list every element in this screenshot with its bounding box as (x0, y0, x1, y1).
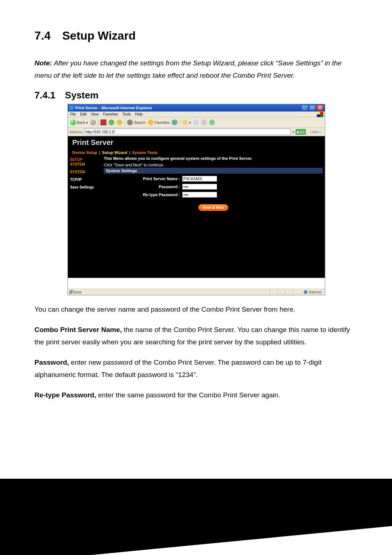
status-zone: Internet (300, 290, 323, 294)
globe-icon (304, 290, 307, 294)
heading-7-4-1: 7.4.1 System (34, 90, 358, 101)
menu-help[interactable]: Help (135, 112, 143, 116)
favorites-button[interactable]: Favorites (148, 119, 170, 125)
ie-addressbar: Address ▾ ▶ Go Links » (68, 128, 325, 136)
ie-page-icon: 🗐 (69, 290, 73, 294)
close-button[interactable]: X (317, 105, 323, 111)
sidebar-item-tcpip[interactable]: TCP/IP (70, 178, 101, 182)
stop-button[interactable] (101, 119, 106, 125)
retype-rest: enter the same password for the Combo Pr… (96, 391, 280, 399)
page-content: Print Server Device Setup | Setup Wizard… (68, 136, 325, 289)
printserver-header: Print Server Device Setup | Setup Wizard… (68, 136, 325, 155)
sidebar-item-save-settings[interactable]: Save Settings (70, 185, 101, 189)
note-label: Note: (34, 59, 52, 67)
mail-button[interactable] (193, 119, 199, 125)
printserver-tabs: Device Setup | Setup Wizard | System Too… (72, 150, 320, 155)
input-print-server-name[interactable] (182, 176, 217, 182)
menu-edit[interactable]: Edit (80, 112, 86, 116)
label-password: Password : (104, 185, 182, 189)
edit-icon (209, 119, 215, 125)
label-print-server-name: Print Server Name : (104, 177, 182, 181)
retype-bold: Re-type Password, (34, 391, 96, 399)
edit-button[interactable] (209, 119, 215, 125)
menu-favorites[interactable]: Favorites (103, 112, 118, 116)
label-retype-password: Re-type Password : (104, 193, 182, 197)
printserver-sidebar: SETUP SYSTEM SYSTEM TCP/IP Save Settings (68, 155, 103, 278)
name-bold: Combo Print Server Name, (34, 326, 122, 333)
row-password: Password : (104, 184, 323, 190)
back-icon (70, 119, 76, 125)
tab-system-tools[interactable]: System Tools (132, 150, 158, 155)
menu-view[interactable]: View (91, 112, 99, 116)
printserver-body: SETUP SYSTEM SYSTEM TCP/IP Save Settings… (68, 155, 325, 278)
tab-setup-wizard[interactable]: Setup Wizard (102, 150, 127, 155)
paragraph-retype: Re-type Password, enter the same passwor… (34, 389, 358, 401)
row-print-server-name: Print Server Name : (104, 176, 323, 182)
stop-icon (101, 119, 106, 125)
row-retype-password: Re-type Password : (104, 192, 323, 198)
input-retype-password[interactable] (182, 192, 217, 198)
print-button[interactable] (201, 119, 207, 125)
password-bold: Password, (34, 358, 69, 366)
embedded-screenshot: Print Server - Microsoft Internet Explor… (68, 104, 324, 295)
maximize-button[interactable]: □ (309, 105, 316, 111)
content-bottom-gap (68, 278, 325, 289)
ie-menubar: File Edit View Favorites Tools Help (68, 112, 325, 117)
status-cells (270, 289, 300, 295)
printserver-brand: Print Server (72, 138, 320, 147)
print-icon (201, 119, 207, 125)
forward-icon (90, 119, 96, 125)
sidebar-system-group: SYSTEM (70, 162, 101, 166)
folder-icon (182, 119, 188, 125)
footer-decoration (0, 479, 392, 555)
home-icon (117, 119, 122, 125)
address-label: Address (69, 130, 83, 134)
input-password[interactable] (182, 184, 217, 190)
note-paragraph: Note: After you have changed the setting… (34, 57, 358, 82)
refresh-icon (109, 119, 114, 125)
paragraph-intro: You can change the server name and passw… (34, 303, 358, 316)
ie-window: Print Server - Microsoft Internet Explor… (68, 104, 325, 295)
system-settings-header: System Settings (104, 168, 323, 174)
address-dropdown[interactable]: ▾ (292, 130, 294, 134)
history-button[interactable]: ▾ (182, 119, 191, 125)
forward-button[interactable] (90, 119, 96, 125)
ie-toolbar: Back ▾ Search Favorites ▾ (68, 117, 325, 128)
search-button[interactable]: Search (127, 119, 146, 125)
hint-text: Click "Save and Next" to continue. (104, 163, 323, 167)
media-icon (172, 119, 177, 125)
paragraph-password: Password, enter new password of the Comb… (34, 356, 358, 381)
ie-titlebar: Print Server - Microsoft Internet Explor… (68, 104, 325, 112)
sidebar-item-system[interactable]: SYSTEM (70, 170, 101, 174)
links-label[interactable]: Links » (307, 130, 323, 134)
window-title: Print Server - Microsoft Internet Explor… (75, 106, 152, 110)
star-icon (148, 119, 154, 125)
menu-file[interactable]: File (70, 112, 76, 116)
paragraph-name: Combo Print Server Name, the name of the… (34, 324, 358, 348)
address-input[interactable] (84, 129, 291, 135)
save-and-next-button[interactable]: Save & Next (198, 204, 229, 211)
menu-tools[interactable]: Tools (122, 112, 131, 116)
ie-app-icon (69, 106, 74, 110)
heading-7-4: 7.4 Setup Wizard (34, 29, 358, 42)
ie-statusbar: 🗐 Done Internet (68, 289, 325, 295)
search-icon (127, 119, 133, 125)
tab-device-setup[interactable]: Device Setup (72, 150, 97, 155)
media-button[interactable] (172, 119, 177, 125)
ie-throbber-icon (317, 112, 323, 117)
note-body: After you have changed the settings from… (34, 59, 342, 79)
document-page: 7.4 Setup Wizard Note: After you have ch… (0, 0, 392, 401)
intro-text: This Menu allows you to configure genera… (104, 156, 323, 161)
go-button[interactable]: ▶ Go (295, 129, 306, 135)
back-button[interactable]: Back ▾ (70, 119, 88, 125)
sidebar-setup: SETUP (70, 158, 101, 162)
minimize-button[interactable]: _ (301, 105, 308, 111)
home-button[interactable] (117, 119, 122, 125)
refresh-button[interactable] (109, 119, 114, 125)
status-done: Done (73, 290, 82, 294)
mail-icon (193, 119, 199, 125)
printserver-main: This Menu allows you to configure genera… (103, 155, 325, 278)
password-rest: enter new password of the Combo Print Se… (34, 358, 322, 378)
